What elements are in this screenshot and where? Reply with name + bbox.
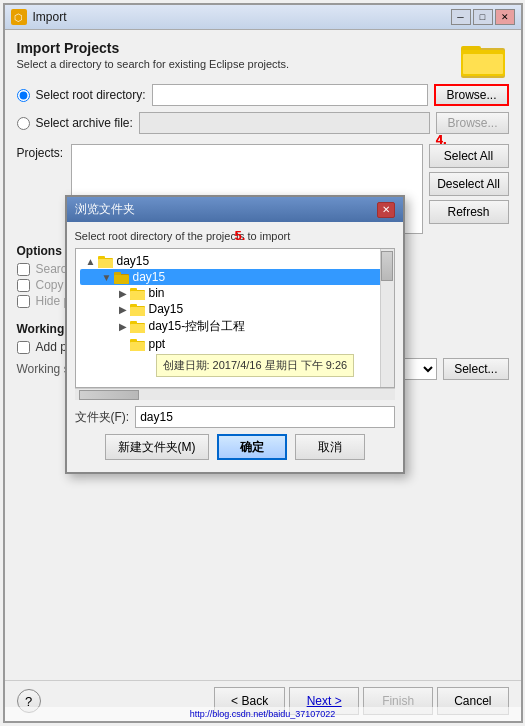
- tree-label-day15-root: day15: [117, 254, 150, 268]
- confirm-button[interactable]: 确定: [217, 434, 287, 460]
- title-bar: ⬡ Import ─ □ ✕: [5, 5, 521, 30]
- select-working-sets-button[interactable]: Select...: [443, 358, 508, 380]
- browse-archive-button[interactable]: Browse...: [436, 112, 508, 134]
- page-title: Import Projects: [17, 40, 509, 56]
- tree-item-bin[interactable]: ▶ bin: [80, 285, 390, 301]
- search-for-checkbox[interactable]: [17, 263, 30, 276]
- tree-toggle-day15-root[interactable]: ▲: [84, 254, 98, 268]
- svg-rect-3: [463, 54, 503, 74]
- dialog-content: Select root directory of the projects to…: [67, 222, 403, 472]
- dialog-title-bar: 浏览文件夹 ✕: [67, 197, 403, 222]
- horizontal-scroll-thumb[interactable]: [79, 390, 139, 400]
- tree-item-day15-ctrl[interactable]: ▶ day15-控制台工程: [80, 317, 390, 336]
- folder-icon-day15-sel: [114, 271, 130, 284]
- root-directory-radio[interactable]: [17, 89, 30, 102]
- svg-rect-15: [130, 307, 145, 316]
- watermark: http://blog.csdn.net/baidu_37107022: [5, 707, 521, 721]
- root-directory-row: Select root directory: Browse...: [17, 84, 509, 106]
- header-folder-icon: [461, 40, 509, 80]
- horizontal-scrollbar[interactable]: [75, 388, 395, 400]
- deselect-all-button[interactable]: Deselect All: [429, 172, 509, 196]
- page-header: Import Projects Select a directory to se…: [17, 40, 509, 70]
- tree-label-ppt: ppt: [149, 337, 166, 351]
- tree-scroll-thumb[interactable]: [381, 251, 393, 281]
- refresh-button[interactable]: Refresh: [429, 200, 509, 224]
- projects-label: Projects:: [17, 144, 65, 160]
- title-controls: ─ □ ✕: [451, 9, 515, 25]
- title-bar-left: ⬡ Import: [11, 9, 67, 25]
- tree-toggle-ppt: [116, 337, 130, 351]
- archive-file-row: Select archive file: Browse...: [17, 112, 509, 134]
- browse-root-button[interactable]: Browse...: [434, 84, 508, 106]
- tree-toggle-bin[interactable]: ▶: [116, 286, 130, 300]
- file-tree: ▲ day15 ▼: [76, 249, 394, 356]
- root-directory-input[interactable]: [152, 84, 429, 106]
- minimize-button[interactable]: ─: [451, 9, 471, 25]
- tree-label-Day15: Day15: [149, 302, 184, 316]
- svg-rect-9: [114, 275, 129, 284]
- hide-proj-checkbox[interactable]: [17, 295, 30, 308]
- main-window: ⬡ Import ─ □ ✕ Import Projects Select a …: [3, 3, 523, 723]
- tree-toggle-day15-sel[interactable]: ▼: [100, 270, 114, 284]
- archive-file-input[interactable]: [139, 112, 431, 134]
- tooltip-text: 创建日期: 2017/4/16 星期日 下午 9:26: [163, 359, 348, 371]
- window-title: Import: [33, 10, 67, 24]
- svg-rect-21: [130, 342, 145, 351]
- tree-label-day15-sel: day15: [133, 270, 166, 284]
- new-folder-button[interactable]: 新建文件夹(M): [105, 434, 209, 460]
- folder-input[interactable]: [135, 406, 394, 428]
- copy-proj-checkbox[interactable]: [17, 279, 30, 292]
- archive-file-radio[interactable]: [17, 117, 30, 130]
- content-area: Import Projects Select a directory to se…: [5, 30, 521, 680]
- archive-file-label: Select archive file:: [36, 116, 133, 130]
- maximize-button[interactable]: □: [473, 9, 493, 25]
- dialog-title: 浏览文件夹: [75, 201, 135, 218]
- tree-label-bin: bin: [149, 286, 165, 300]
- folder-icon-ppt: [130, 338, 146, 351]
- form-section: Select root directory: Browse... Select …: [17, 84, 509, 134]
- window-icon: ⬡: [11, 9, 27, 25]
- page-subtitle: Select a directory to search for existin…: [17, 58, 509, 70]
- label-5: 5.: [235, 228, 246, 243]
- tree-toggle-day15-ctrl[interactable]: ▶: [116, 320, 130, 334]
- tree-item-day15-root[interactable]: ▲ day15: [80, 253, 390, 269]
- close-button[interactable]: ✕: [495, 9, 515, 25]
- dialog-folder-row: 文件夹(F):: [75, 406, 395, 428]
- file-tree-area: ▲ day15 ▼: [75, 248, 395, 388]
- tree-scrollbar[interactable]: [380, 249, 394, 387]
- tooltip-box: 创建日期: 2017/4/16 星期日 下午 9:26: [156, 354, 355, 377]
- cancel-dialog-button[interactable]: 取消: [295, 434, 365, 460]
- root-directory-label: Select root directory:: [36, 88, 146, 102]
- folder-icon-day15-root: [98, 255, 114, 268]
- projects-buttons: Select All Deselect All Refresh: [429, 144, 509, 224]
- svg-rect-12: [130, 291, 145, 300]
- dialog-button-row: 新建文件夹(M) 确定 取消: [75, 434, 395, 460]
- tree-item-day15-selected[interactable]: ▼ day15: [80, 269, 390, 285]
- label-4: 4.: [436, 132, 447, 147]
- select-all-button[interactable]: Select All: [429, 144, 509, 168]
- folder-label: 文件夹(F):: [75, 409, 130, 426]
- svg-rect-6: [98, 259, 113, 268]
- tree-item-Day15[interactable]: ▶ Day15: [80, 301, 390, 317]
- folder-icon-Day15: [130, 303, 146, 316]
- folder-icon-day15-ctrl: [130, 320, 146, 333]
- tree-toggle-Day15[interactable]: ▶: [116, 302, 130, 316]
- tree-item-ppt[interactable]: ppt: [80, 336, 390, 352]
- tree-label-day15-ctrl: day15-控制台工程: [149, 318, 246, 335]
- dialog-close-button[interactable]: ✕: [377, 202, 395, 218]
- svg-rect-18: [130, 324, 145, 333]
- folder-icon-bin: [130, 287, 146, 300]
- add-project-checkbox[interactable]: [17, 341, 30, 354]
